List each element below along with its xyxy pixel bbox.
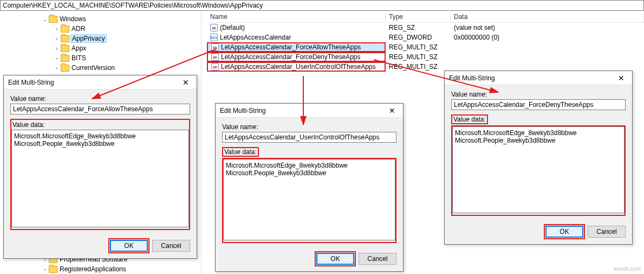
expand-toggle-icon[interactable]: › <box>54 26 60 32</box>
value-name-label: Value name: <box>222 123 396 131</box>
value-name-input[interactable] <box>222 132 396 143</box>
ok-button[interactable]: OK <box>545 226 583 238</box>
tree-item-appx[interactable]: ›Appx <box>0 43 201 53</box>
address-bar[interactable]: Computer\HKEY_LOCAL_MACHINE\SOFTWARE\Pol… <box>0 0 644 11</box>
expand-toggle-icon[interactable]: › <box>54 55 60 61</box>
dialog-titlebar[interactable]: Edit Multi-String ✕ <box>445 71 632 85</box>
tree-label: Appx <box>70 44 87 52</box>
cancel-button[interactable]: Cancel <box>359 253 396 265</box>
cancel-button[interactable]: Cancel <box>588 226 626 238</box>
value-data: 0x00000000 (0) <box>451 34 644 41</box>
watermark: wsxdn.com <box>614 266 641 272</box>
value-row[interactable]: abLetAppsAccessCalendar_ForceAllowTheseA… <box>207 42 644 52</box>
value-name: LetAppsAccessCalendar_UserInControlOfThe… <box>221 63 375 71</box>
tree-label: CurrentVersion <box>70 64 116 72</box>
col-name[interactable]: Name <box>207 12 386 22</box>
value-list[interactable]: ab(Default)REG_SZ(value not set)011LetAp… <box>207 23 644 72</box>
close-icon[interactable]: ✕ <box>610 71 632 85</box>
close-icon[interactable]: ✕ <box>175 75 197 90</box>
value-name: LetAppsAccessCalendar_ForceAllowTheseApp… <box>221 43 361 51</box>
value-data-label: Value data: <box>451 114 488 124</box>
value-name-input[interactable] <box>451 99 626 110</box>
ok-button[interactable]: OK <box>316 253 354 265</box>
dialog-titlebar[interactable]: Edit Multi-String ✕ <box>4 75 197 90</box>
expand-toggle-icon[interactable]: ⌄ <box>42 16 48 22</box>
folder-icon <box>61 26 69 33</box>
value-type: REG_SZ <box>386 24 451 31</box>
value-data-label: Value data: <box>222 147 259 157</box>
reg-value-icon: ab <box>210 24 218 31</box>
value-data-textarea[interactable] <box>223 159 395 240</box>
folder-icon <box>61 35 69 42</box>
col-data[interactable]: Data <box>451 12 644 22</box>
folder-icon <box>61 65 69 72</box>
tree-item-adr[interactable]: ›ADR <box>0 24 201 34</box>
dialog-title: Edit Multi-String <box>8 79 54 86</box>
expand-toggle-icon[interactable]: › <box>54 65 60 71</box>
dialog-title: Edit Multi-String <box>220 107 266 114</box>
cancel-button[interactable]: Cancel <box>152 240 190 252</box>
value-type: REG_MULTI_SZ <box>386 43 451 51</box>
value-name: LetAppsAccessCalendar_ForceDenyTheseApps <box>221 53 360 61</box>
folder-icon <box>61 55 69 62</box>
folder-icon <box>49 16 57 23</box>
tree-label: BITS <box>70 54 87 62</box>
tree-item-appprivacy[interactable]: ›AppPrivacy <box>0 34 201 43</box>
value-row[interactable]: abLetAppsAccessCalendar_ForceDenyTheseAp… <box>207 52 644 62</box>
edit-multistring-dialog-1: Edit Multi-String ✕ Value name: Value da… <box>3 75 197 259</box>
value-data: (value not set) <box>451 24 644 31</box>
value-name: LetAppsAccessCalendar <box>220 34 291 41</box>
expand-toggle-icon[interactable]: › <box>54 46 60 52</box>
value-data-textarea[interactable] <box>452 126 625 213</box>
close-icon[interactable]: ✕ <box>381 104 403 118</box>
tree-label: RegisteredApplications <box>58 265 127 273</box>
value-data-label: Value data: <box>11 120 189 129</box>
expand-toggle-icon[interactable]: › <box>42 266 48 272</box>
value-data-textarea[interactable] <box>11 130 189 227</box>
value-name-input[interactable] <box>10 104 190 114</box>
folder-icon <box>61 45 69 52</box>
tree-item-registeredapplications[interactable]: ›RegisteredApplications <box>0 264 201 274</box>
value-name-label: Value name: <box>10 95 190 103</box>
list-header: Name Type Data <box>207 12 644 23</box>
tree-label: AppPrivacy <box>70 34 107 43</box>
tree-item-bits[interactable]: ›BITS <box>0 53 201 63</box>
value-name-label: Value name: <box>451 91 626 98</box>
tree-item-currentversion[interactable]: ›CurrentVersion <box>0 63 201 73</box>
reg-value-icon: ab <box>211 43 219 51</box>
value-row[interactable]: ab(Default)REG_SZ(value not set) <box>207 23 644 33</box>
tree-label: ADR <box>70 25 86 33</box>
col-type[interactable]: Type <box>386 12 451 22</box>
value-row[interactable]: 011LetAppsAccessCalendarREG_DWORD0x00000… <box>207 33 644 42</box>
expand-toggle-icon[interactable]: › <box>54 36 60 42</box>
value-type: REG_MULTI_SZ <box>386 63 451 71</box>
dialog-title: Edit Multi-String <box>449 74 495 82</box>
folder-icon <box>49 266 57 273</box>
value-type: REG_MULTI_SZ <box>386 53 451 61</box>
dialog-titlebar[interactable]: Edit Multi-String ✕ <box>216 104 403 118</box>
value-type: REG_DWORD <box>386 34 451 41</box>
value-name: (Default) <box>220 24 245 31</box>
tree-label: Windows <box>58 15 87 23</box>
reg-value-icon: ab <box>211 53 219 61</box>
edit-multistring-dialog-3: Edit Multi-String ✕ Value name: Value da… <box>444 71 633 245</box>
ok-button[interactable]: OK <box>110 240 148 252</box>
reg-value-icon: ab <box>211 63 219 71</box>
tree-item-windows[interactable]: ⌄ Windows <box>0 14 201 24</box>
edit-multistring-dialog-2: Edit Multi-String ✕ Value name: Value da… <box>215 103 404 272</box>
reg-value-icon: 011 <box>210 34 218 41</box>
